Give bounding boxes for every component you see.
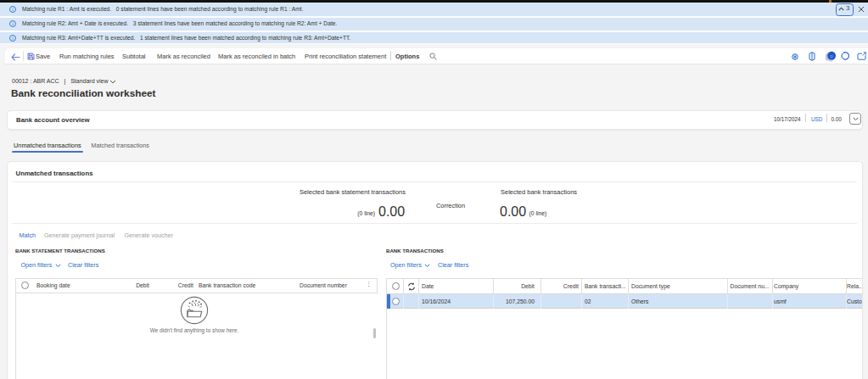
svg-text:p: p bbox=[830, 53, 833, 59]
